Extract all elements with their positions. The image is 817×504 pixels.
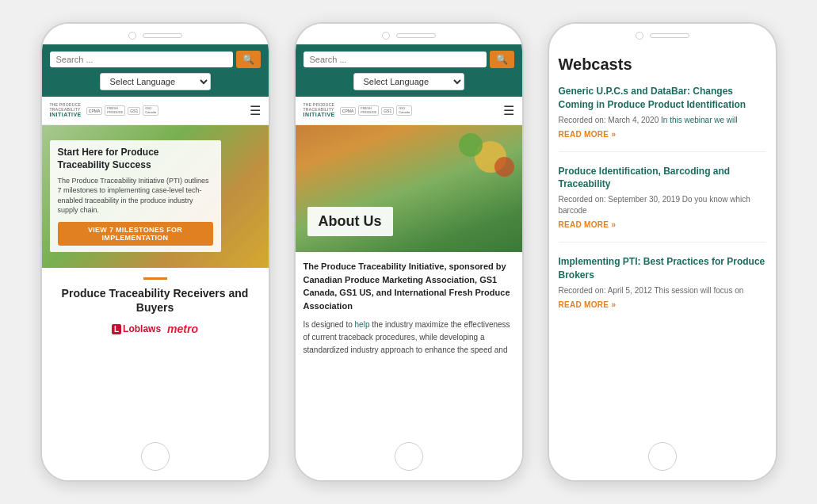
- phone-content-1: 🔍 Select Language THE PRODUCETRACEABILIT…: [42, 44, 269, 436]
- webcast-meta-2: Recorded on: September 30, 2019 Do you k…: [559, 194, 766, 216]
- read-more-1[interactable]: READ MORE »: [559, 130, 766, 139]
- phone-frame-2: 🔍 Select Language THE PRODUCETRACEABILIT…: [294, 22, 524, 482]
- about-lead: The Produce Traceability Initiative, spo…: [304, 260, 514, 312]
- receivers-section: Produce Traceability Receivers and Buyer…: [42, 268, 269, 345]
- webcast-item-2: Produce Identification, Barcoding and Tr…: [559, 165, 766, 243]
- pti-logo-2: THE PRODUCETRACEABILITY INITIATIVE: [304, 103, 335, 118]
- home-button-1[interactable]: [141, 442, 170, 471]
- webcast-item-1: Generic U.P.C.s and DataBar: Changes Com…: [559, 85, 766, 152]
- phone-bottom-bar-3: [549, 436, 776, 480]
- logo-bar-1: THE PRODUCETRACEABILITY INITIATIVE CPMA …: [42, 97, 269, 125]
- brand-logos: L Loblaws metro: [50, 323, 261, 335]
- fresh-produce-badge: FRESHPRODUCE: [105, 105, 125, 116]
- webcast-meta-3: Recorded on: April 5, 2012 This session …: [559, 285, 766, 296]
- webcast-title-2: Produce Identification, Barcoding and Tr…: [559, 165, 766, 192]
- cta-button[interactable]: VIEW 7 MILESTONES FOR IMPLEMENTATION: [58, 222, 213, 246]
- gs1-badge-2: GS1: [381, 107, 394, 115]
- gs1-badge: GS1: [128, 107, 140, 115]
- search-row-1: 🔍: [50, 51, 261, 68]
- receivers-title: Produce Traceability Receivers and Buyer…: [50, 286, 261, 315]
- phone-frame-1: 🔍 Select Language THE PRODUCETRACEABILIT…: [40, 22, 270, 482]
- read-more-3[interactable]: READ MORE »: [559, 300, 766, 309]
- about-hero: About Us: [296, 125, 522, 252]
- metro-logo: metro: [167, 323, 198, 335]
- search-button-1[interactable]: 🔍: [236, 51, 261, 68]
- search-input-1[interactable]: [50, 52, 233, 67]
- search-input-2[interactable]: [304, 52, 487, 67]
- hamburger-menu-1[interactable]: ☰: [250, 103, 261, 118]
- language-select-2[interactable]: Select Language: [353, 73, 464, 90]
- about-content: The Produce Traceability Initiative, spo…: [296, 252, 522, 365]
- fresh-produce-badge-2: FRESHPRODUCE: [358, 105, 379, 116]
- speaker-grille-3: [650, 33, 689, 38]
- hero-body: The Produce Traceability Initiative (PTI…: [58, 176, 213, 216]
- section-divider: [143, 277, 167, 280]
- pti-logo-1: THE PRODUCETRACEABILITY INITIATIVE: [50, 103, 82, 118]
- logo-bar-2: THE PRODUCETRACEABILITY INITIATIVE CPMA …: [296, 97, 522, 125]
- about-label-text: About Us: [319, 213, 382, 229]
- home-button-3[interactable]: [648, 442, 677, 471]
- hero-section-1: Start Here for Produce Traceability Succ…: [42, 125, 269, 268]
- phone-content-3: Webcasts Generic U.P.C.s and DataBar: Ch…: [549, 44, 776, 436]
- search-button-2[interactable]: 🔍: [490, 51, 514, 68]
- webcasts-title: Webcasts: [559, 55, 766, 74]
- gs1-canada-badge-2: GS1Canada: [396, 105, 412, 116]
- logo-group-1: THE PRODUCETRACEABILITY INITIATIVE CPMA …: [50, 103, 159, 118]
- phone-bottom-bar-1: [42, 436, 269, 480]
- speaker-grille-2: [396, 33, 436, 38]
- logo-group-2: THE PRODUCETRACEABILITY INITIATIVE CPMA …: [304, 103, 413, 118]
- phone-top-bar-2: [296, 24, 522, 44]
- search-row-2: 🔍: [304, 51, 514, 68]
- webcast-meta-1: Recorded on: March 4, 2020 In this webin…: [559, 115, 766, 126]
- webcast-title-3: Implementing PTI: Best Practices for Pro…: [559, 255, 766, 282]
- pti-header-1: 🔍 Select Language: [42, 44, 269, 97]
- speaker-grille: [143, 33, 182, 38]
- about-label: About Us: [307, 207, 393, 236]
- gs1-canada-badge: GS1Canada: [143, 105, 158, 116]
- home-button-2[interactable]: [395, 442, 423, 471]
- phone-top-bar-1: [42, 24, 269, 44]
- camera-icon-3: [636, 32, 643, 40]
- hero-title: Start Here for Produce Traceability Succ…: [58, 147, 213, 171]
- phone-top-bar-3: [549, 24, 776, 44]
- cpma-badge: CPMA: [86, 107, 102, 115]
- about-body: Is designed to help the industry maximiz…: [304, 319, 514, 357]
- webcasts-section: Webcasts Generic U.P.C.s and DataBar: Ch…: [549, 44, 776, 436]
- read-more-2[interactable]: READ MORE »: [559, 220, 766, 229]
- loblaws-logo: L Loblaws: [112, 323, 161, 334]
- camera-icon-2: [382, 32, 390, 40]
- webcast-title-1: Generic U.P.C.s and DataBar: Changes Com…: [559, 85, 766, 112]
- pti-header-2: 🔍 Select Language: [296, 44, 522, 97]
- phone-frame-3: Webcasts Generic U.P.C.s and DataBar: Ch…: [548, 22, 777, 482]
- hamburger-menu-2[interactable]: ☰: [503, 103, 514, 118]
- phone-content-2: 🔍 Select Language THE PRODUCETRACEABILIT…: [296, 44, 522, 436]
- cpma-badge-2: CPMA: [340, 107, 356, 115]
- phone-bottom-bar-2: [296, 436, 522, 480]
- hero-overlay: Start Here for Produce Traceability Succ…: [50, 140, 221, 252]
- webcast-item-3: Implementing PTI: Best Practices for Pro…: [559, 255, 766, 322]
- language-select-1[interactable]: Select Language: [100, 73, 211, 90]
- camera-icon: [128, 32, 136, 40]
